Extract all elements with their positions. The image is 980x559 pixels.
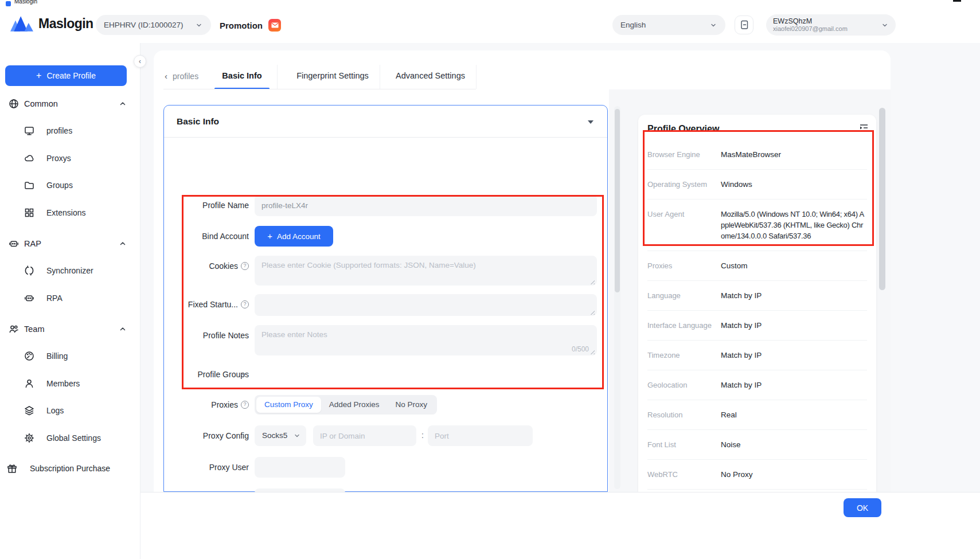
content-scrollbar[interactable] — [614, 106, 620, 489]
profile-notes-textarea[interactable] — [255, 325, 597, 355]
sidebar-item-proxys[interactable]: Proxys — [0, 147, 140, 170]
sidebar-item-rpa[interactable]: RPA — [0, 287, 140, 310]
main-area: ‹ profiles Basic Info Fingerprint Settin… — [140, 43, 980, 559]
row-label: Proxies — [647, 260, 716, 271]
tab-basic-info[interactable]: Basic Info — [214, 71, 270, 83]
host-port-separator: : — [421, 431, 424, 440]
sidebar-item-synchronizer[interactable]: Synchronizer — [0, 259, 140, 282]
row-value: Match by IP — [721, 320, 867, 331]
language-selector[interactable]: English — [612, 15, 725, 35]
basic-info-panel: Basic Info Profile Name Bind Account + A… — [163, 105, 608, 492]
cookies-field — [255, 256, 597, 288]
collapse-caret-icon[interactable] — [588, 120, 594, 124]
profile-groups-row: Profile Groups — [164, 365, 607, 384]
brand-name: Maslogin — [38, 16, 93, 32]
cookies-textarea[interactable] — [255, 256, 597, 286]
row-label: User Agent — [647, 209, 716, 220]
help-icon[interactable]: ? — [241, 401, 249, 409]
proxy-host-input[interactable] — [313, 425, 416, 446]
proxy-port-input[interactable] — [428, 425, 533, 446]
proxy-user-input[interactable] — [255, 457, 345, 478]
workspace-selector[interactable]: EHPHRV (ID:1000027) — [96, 15, 211, 35]
chevron-left-icon: ‹ — [165, 71, 167, 81]
field-label: Proxy Config — [170, 425, 249, 446]
sidebar-item-members[interactable]: Members — [0, 372, 140, 395]
account-menu[interactable]: EWzSQhzM xiaofei020907@gmail.com — [766, 14, 896, 36]
overview-row-browser-engine: Browser Engine MasMateBrowser — [647, 140, 867, 170]
proxy-user-row: Proxy User — [164, 457, 607, 478]
create-profile-button[interactable]: + Create Profile — [5, 65, 127, 86]
field-label: Profile Notes — [170, 325, 249, 345]
profile-name-input[interactable] — [255, 195, 597, 216]
tab-bar: ‹ profiles Basic Info Fingerprint Settin… — [154, 50, 891, 89]
sidebar-item-global-settings[interactable]: Global Settings — [0, 427, 140, 449]
sidebar-item-billing[interactable]: Billing — [0, 345, 140, 368]
back-to-profiles[interactable]: ‹ profiles — [165, 71, 198, 81]
item-label: Members — [46, 379, 80, 388]
field-label-text: Cookies — [209, 261, 238, 271]
help-icon[interactable]: ? — [241, 300, 249, 308]
ok-button[interactable]: OK — [844, 498, 881, 517]
window-title: Maslogin — [14, 0, 37, 5]
sidebar-item-profiles[interactable]: profiles — [0, 119, 140, 142]
chevron-up-icon — [119, 326, 126, 333]
segment-added-proxies[interactable]: Added Proxies — [321, 397, 388, 413]
proxy-protocol-select[interactable]: Socks5 — [255, 425, 306, 446]
segment-no-proxy[interactable]: No Proxy — [388, 397, 436, 413]
add-account-button[interactable]: + Add Account — [255, 226, 333, 247]
row-label: Language — [647, 290, 716, 301]
tab-advanced-settings[interactable]: Advanced Settings — [395, 71, 466, 83]
row-label: Interface Language — [647, 320, 716, 331]
overview-row-interface-language: Interface Language Match by IP — [647, 311, 867, 341]
collapse-panel-icon[interactable] — [859, 123, 869, 132]
minimize-icon[interactable] — [953, 0, 961, 2]
app-header: Maslogin EHPHRV (ID:1000027) Promotion E… — [0, 7, 980, 43]
sidebar-item-extensions[interactable]: Extensions — [0, 201, 140, 224]
sidebar-section-team[interactable]: Team — [0, 318, 140, 341]
segment-custom-proxy[interactable]: Custom Proxy — [256, 397, 321, 413]
content-card: ‹ profiles Basic Info Fingerprint Settin… — [154, 50, 891, 492]
fixed-startup-textarea[interactable] — [255, 294, 597, 316]
overview-row-resolution: Resolution Real — [647, 400, 867, 430]
field-label: Fixed Startu... ? — [170, 294, 249, 314]
row-value: Match by IP — [721, 380, 867, 390]
plus-icon: + — [36, 71, 41, 81]
sync-icon — [24, 265, 34, 276]
overview-scrollbar-thumb[interactable] — [879, 108, 885, 290]
app-window: Maslogin Maslogin EHPHRV (ID:1000027) Pr… — [0, 0, 980, 559]
breadcrumb: profiles — [173, 72, 198, 81]
sidebar-section-common[interactable]: Common — [0, 92, 140, 115]
help-icon[interactable]: ? — [241, 262, 249, 270]
promotion-link[interactable]: Promotion — [220, 19, 281, 32]
brand: Maslogin — [10, 15, 93, 32]
item-label: Logs — [46, 406, 64, 415]
basic-info-header[interactable]: Basic Info — [164, 105, 607, 138]
sidebar-item-logs[interactable]: Logs — [0, 399, 140, 422]
chevron-down-icon — [881, 21, 889, 29]
sidebar-item-subscription-purchase[interactable]: Subscription Purchase — [0, 457, 140, 480]
tab-fingerprint-settings[interactable]: Fingerprint Settings — [292, 71, 373, 83]
proxy-mode-segmented-control: Custom Proxy Added Proxies No Proxy — [255, 395, 437, 415]
create-profile-label: Create Profile — [46, 71, 96, 80]
row-value: Match by IP — [721, 290, 867, 301]
fixed-startup-row: Fixed Startu... ? — [164, 294, 607, 318]
sidebar-section-rap[interactable]: RAP — [0, 232, 140, 255]
grid-icon — [24, 208, 34, 218]
item-label: RPA — [46, 294, 63, 303]
proxy-protocol-value: Socks5 — [262, 431, 287, 440]
scrollbar-thumb[interactable] — [615, 109, 620, 292]
collapse-chevron-icon: ‹ — [139, 57, 141, 65]
sidebar-collapse-button[interactable]: ‹ — [134, 55, 146, 68]
profile-notes-row: Profile Notes 0/500 — [164, 325, 607, 358]
field-label: Proxies ? — [170, 395, 249, 415]
overview-row-geolocation: Geolocation Match by IP — [647, 370, 867, 400]
row-value: Noise — [721, 439, 867, 450]
docs-button[interactable] — [735, 15, 753, 34]
profile-overview-panel: Profile Overview Browser Engine MasMateB… — [638, 115, 876, 492]
section-label: Common — [24, 99, 58, 108]
cookies-row: Cookies ? — [164, 256, 607, 288]
basic-info-body: Profile Name Bind Account + Add Account … — [164, 138, 607, 491]
gear-icon — [24, 433, 34, 443]
sidebar-item-groups[interactable]: Groups — [0, 174, 140, 197]
row-label: Resolution — [647, 409, 716, 420]
